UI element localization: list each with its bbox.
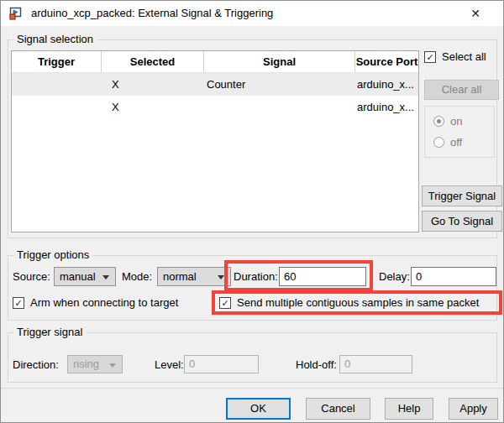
- radio-off-label: off: [450, 136, 462, 149]
- signal-table-header: Trigger Selected Signal Source Port: [12, 51, 418, 73]
- direction-value: rising: [73, 358, 99, 370]
- duration-input[interactable]: 60: [279, 267, 366, 286]
- signal-selection-group: Signal selection Trigger Selected Signal…: [8, 39, 497, 238]
- window-title: arduino_xcp_packed: External Signal & Tr…: [31, 1, 273, 26]
- column-header-trigger[interactable]: Trigger: [12, 51, 102, 72]
- select-all-checkbox[interactable]: ✓: [424, 51, 436, 63]
- radio-selected-dot: [437, 119, 441, 123]
- table-row[interactable]: X Counter arduino_x...: [12, 73, 418, 96]
- external-signal-triggering-dialog: arduino_xcp_packed: External Signal & Tr…: [0, 0, 504, 423]
- apply-button[interactable]: Apply: [449, 398, 498, 420]
- source-dropdown[interactable]: manual: [54, 267, 116, 286]
- column-header-source-port[interactable]: Source Port: [355, 51, 418, 72]
- radio-off[interactable]: [433, 137, 444, 148]
- send-multiple-samples-label: Send multiple contiguous samples in same…: [237, 296, 479, 310]
- cancel-button[interactable]: Cancel: [306, 398, 370, 420]
- direction-label: Direction:: [13, 355, 59, 374]
- mode-dropdown[interactable]: normal: [157, 267, 231, 286]
- trigger-options-group: Trigger options Source: manual Mode: nor…: [8, 255, 497, 321]
- delay-label: Delay:: [379, 267, 410, 286]
- column-header-selected[interactable]: Selected: [102, 51, 204, 72]
- close-icon[interactable]: ✕: [461, 1, 490, 26]
- app-icon: [9, 7, 23, 20]
- ok-button[interactable]: OK: [226, 398, 291, 420]
- cell-selected[interactable]: X: [102, 73, 204, 96]
- table-row[interactable]: X arduino_x...: [12, 96, 418, 118]
- select-all-label: Select all: [442, 50, 486, 64]
- chevron-down-icon: [109, 363, 116, 368]
- arm-when-connecting-label: Arm when connecting to target: [30, 296, 178, 310]
- cell-signal[interactable]: [204, 96, 355, 118]
- cell-trigger[interactable]: [12, 96, 102, 118]
- cell-selected[interactable]: X: [102, 96, 204, 118]
- cell-source-port[interactable]: arduino_x...: [355, 96, 418, 118]
- holdoff-label: Hold-off:: [296, 355, 337, 374]
- chevron-down-icon: [218, 275, 224, 279]
- title-bar: arduino_xcp_packed: External Signal & Tr…: [1, 1, 503, 26]
- trigger-signal-group: Trigger signal Direction: rising Level: …: [8, 332, 497, 383]
- cell-signal[interactable]: Counter: [204, 73, 355, 96]
- signal-table[interactable]: Trigger Selected Signal Source Port X Co…: [11, 50, 419, 232]
- trigger-signal-label: Trigger signal: [13, 326, 86, 338]
- help-button[interactable]: Help: [385, 398, 433, 420]
- duration-label: Duration:: [234, 267, 278, 286]
- delay-input[interactable]: 0: [411, 267, 496, 286]
- chevron-down-icon: [102, 275, 109, 279]
- trigger-options-label: Trigger options: [13, 248, 92, 261]
- source-label: Source:: [13, 267, 50, 286]
- trigger-signal-button[interactable]: Trigger Signal: [422, 185, 502, 206]
- level-input[interactable]: 0: [184, 355, 259, 373]
- radio-on-label: on: [450, 115, 462, 128]
- arm-when-connecting-checkbox[interactable]: ✓: [13, 297, 24, 309]
- direction-dropdown[interactable]: rising: [67, 355, 123, 373]
- cell-trigger[interactable]: [12, 73, 102, 96]
- go-to-signal-button[interactable]: Go To Signal: [422, 211, 502, 232]
- mode-label: Mode:: [122, 267, 152, 286]
- send-multiple-samples-checkbox[interactable]: ✓: [219, 297, 231, 309]
- column-header-signal[interactable]: Signal: [204, 51, 355, 72]
- signal-selection-label: Signal selection: [13, 33, 97, 45]
- clear-all-button[interactable]: Clear all: [424, 80, 499, 100]
- level-label: Level:: [155, 355, 184, 374]
- on-off-radio-group: on off: [424, 106, 495, 158]
- mode-value: normal: [163, 270, 197, 283]
- footer-divider: [1, 388, 504, 389]
- radio-on[interactable]: [433, 116, 444, 127]
- source-value: manual: [60, 270, 96, 283]
- cell-source-port[interactable]: arduino_x...: [355, 73, 418, 96]
- holdoff-input[interactable]: 0: [339, 355, 412, 373]
